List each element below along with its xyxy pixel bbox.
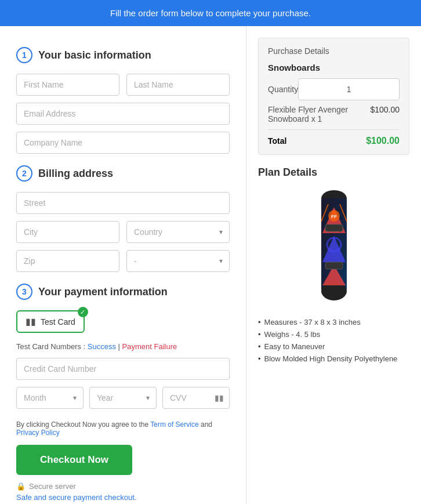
failure-link[interactable]: Payment Failure <box>122 342 177 351</box>
section2-header: 2 Billing address <box>16 165 230 182</box>
terms-text: By clicking Checkout Now you agree to th… <box>16 420 230 437</box>
company-input[interactable] <box>16 132 230 154</box>
section2-number: 2 <box>16 165 32 182</box>
svg-text:FF: FF <box>331 214 337 219</box>
section3-number: 3 <box>16 284 32 300</box>
top-banner: Fill the order form below to complete yo… <box>0 0 421 26</box>
banner-text: Fill the order form below to complete yo… <box>110 8 311 18</box>
section1-header: 1 Your basic information <box>16 47 230 63</box>
svg-rect-10 <box>325 262 343 269</box>
city-input[interactable] <box>16 221 119 243</box>
last-name-input[interactable] <box>126 74 230 96</box>
zip-input[interactable] <box>16 250 119 272</box>
plan-bullets: Measures - 37 x 8 x 3 inches Weighs - 4.… <box>258 318 409 363</box>
snowboard-image-area: FF <box>258 187 409 309</box>
section1-title: Your basic information <box>38 49 151 61</box>
credit-card-icon: ▮▮ <box>26 316 36 327</box>
month-select[interactable]: Month <box>16 387 84 409</box>
success-link[interactable]: Success <box>88 342 116 351</box>
left-panel: 1 Your basic information <box>0 26 246 504</box>
test-card-check-icon: ✓ <box>78 307 88 317</box>
bullet-item: Weighs - 4. 5 lbs <box>258 330 409 339</box>
state-select[interactable]: - <box>126 250 230 272</box>
section2-title: Billing address <box>38 168 113 180</box>
qty-label: Quantity <box>268 85 298 94</box>
email-input[interactable] <box>16 103 230 125</box>
checkout-button[interactable]: Checkout Now <box>16 445 132 475</box>
secure-server-text: Secure server <box>29 482 76 491</box>
total-price: $100.00 <box>366 136 400 146</box>
qty-row: Quantity <box>268 78 400 100</box>
lock-icon: 🔒 <box>16 482 26 491</box>
section3-header: 3 Your payment information <box>16 284 230 300</box>
privacy-link[interactable]: Privacy Policy <box>16 429 60 437</box>
svg-rect-9 <box>325 224 343 231</box>
section3-title: Your payment information <box>38 286 168 298</box>
first-name-input[interactable] <box>16 74 119 96</box>
credit-card-input[interactable] <box>16 358 230 380</box>
bullet-item: Measures - 37 x 8 x 3 inches <box>258 318 409 327</box>
card-numbers-text: Test Card Numbers : Success | Payment Fa… <box>16 342 230 351</box>
product-name: Flexible Flyer Avenger Snowboard x 1 <box>268 105 370 124</box>
street-input[interactable] <box>16 192 230 214</box>
country-select[interactable]: Country <box>126 221 230 243</box>
qty-input[interactable] <box>298 78 400 100</box>
tos-link[interactable]: Term of Service <box>150 420 198 429</box>
total-label: Total <box>268 136 286 146</box>
product-price: $100.00 <box>370 105 400 124</box>
product-title: Snowboards <box>268 63 400 72</box>
right-panel: Purchase Details Snowboards Quantity Fle… <box>246 26 421 504</box>
bullet-item: Blow Molded High Density Polyethylene <box>258 354 409 363</box>
year-select-wrapper: Year <box>89 387 157 409</box>
bullet-item: Easy to Maneuver <box>258 342 409 351</box>
cvv-wrapper: ▮▮ <box>162 387 230 409</box>
cvv-icon: ▮▮ <box>215 393 224 403</box>
year-select[interactable]: Year <box>89 387 157 409</box>
safe-text: Safe and secure payment checkout. <box>16 493 230 502</box>
total-row: Total $100.00 <box>268 129 400 146</box>
secure-row: 🔒 Secure server <box>16 482 230 491</box>
snowboard-image: FF <box>296 187 372 309</box>
section1-number: 1 <box>16 47 32 63</box>
test-card-label: Test Card <box>41 317 75 327</box>
product-row: Flexible Flyer Avenger Snowboard x 1 $10… <box>268 105 400 124</box>
purchase-details-title: Purchase Details <box>268 46 400 56</box>
plan-details-title: Plan Details <box>258 166 409 179</box>
test-card-button[interactable]: ▮▮ Test Card ✓ <box>16 310 85 333</box>
purchase-details-box: Purchase Details Snowboards Quantity Fle… <box>258 38 409 155</box>
month-select-wrapper: Month <box>16 387 84 409</box>
